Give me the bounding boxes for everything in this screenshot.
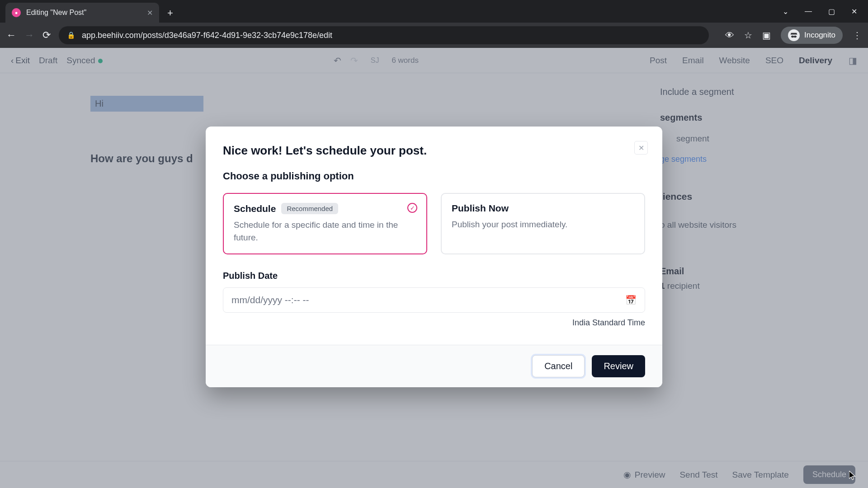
url-text: app.beehiiv.com/posts/d3e46a97-f642-4d91… — [82, 31, 332, 40]
reload-icon[interactable]: ⟳ — [42, 29, 51, 41]
address-bar[interactable]: 🔒 app.beehiiv.com/posts/d3e46a97-f642-4d… — [59, 26, 709, 44]
lock-icon: 🔒 — [67, 31, 75, 39]
modal-footer: Cancel Review — [206, 345, 662, 387]
check-circle-icon: ✓ — [407, 203, 417, 213]
bookmark-icon[interactable]: ☆ — [744, 30, 752, 41]
schedule-option-title: Schedule — [234, 203, 276, 214]
forward-icon[interactable]: → — [24, 29, 34, 41]
publish-now-option-card[interactable]: Publish Now Publish your post immediatel… — [441, 193, 645, 254]
browser-tab[interactable]: ● Editing "New Post" ✕ — [5, 3, 159, 23]
modal-title: Nice work! Let's schedule your post. — [223, 144, 645, 158]
incognito-badge[interactable]: Incognito — [781, 27, 843, 44]
review-button[interactable]: Review — [592, 355, 645, 377]
tab-close-icon[interactable]: ✕ — [147, 9, 153, 17]
chevron-down-icon[interactable]: ⌄ — [783, 7, 788, 16]
browser-toolbar: ← → ⟳ 🔒 app.beehiiv.com/posts/d3e46a97-f… — [0, 23, 868, 48]
new-tab-button[interactable]: + — [167, 7, 173, 19]
date-placeholder: mm/dd/yyyy --:-- -- — [231, 295, 309, 305]
window-controls: ⌄ — ▢ ✕ — [783, 7, 868, 16]
modal-subtitle: Choose a publishing option — [223, 170, 645, 182]
publish-date-input[interactable]: mm/dd/yyyy --:-- -- 📅 — [223, 287, 645, 313]
tab-title: Editing "New Post" — [26, 9, 86, 17]
close-window-icon[interactable]: ✕ — [851, 7, 857, 16]
incognito-icon — [788, 29, 800, 41]
back-icon[interactable]: ← — [6, 29, 16, 41]
publish-date-label: Publish Date — [223, 271, 645, 281]
menu-icon[interactable]: ⋮ — [853, 30, 862, 41]
publish-now-title: Publish Now — [452, 203, 509, 214]
browser-tab-strip: ● Editing "New Post" ✕ + ⌄ — ▢ ✕ — [0, 0, 868, 23]
modal-close-button[interactable]: ✕ — [634, 141, 648, 155]
recommended-badge: Recommended — [281, 203, 338, 214]
publish-now-desc: Publish your post immediately. — [452, 218, 634, 231]
maximize-icon[interactable]: ▢ — [828, 7, 835, 16]
incognito-label: Incognito — [804, 31, 835, 40]
schedule-option-desc: Schedule for a specific date and time in… — [234, 219, 416, 244]
schedule-option-card[interactable]: Schedule Recommended Schedule for a spec… — [223, 193, 427, 254]
site-favicon: ● — [12, 8, 21, 17]
cancel-button[interactable]: Cancel — [532, 355, 585, 377]
calendar-icon[interactable]: 📅 — [625, 295, 637, 305]
schedule-modal: ✕ Nice work! Let's schedule your post. C… — [206, 127, 662, 387]
extension-icon[interactable]: ▣ — [762, 30, 771, 41]
timezone-label: India Standard Time — [223, 318, 645, 328]
eye-off-icon[interactable]: 👁 — [725, 30, 734, 41]
minimize-icon[interactable]: — — [805, 7, 812, 16]
